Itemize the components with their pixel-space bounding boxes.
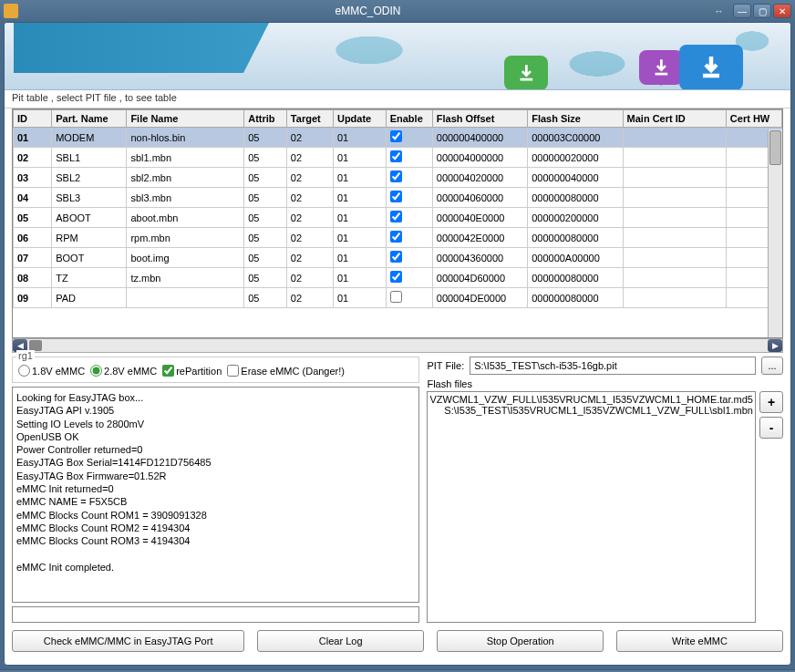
clear-log-button[interactable]: Clear Log: [257, 630, 424, 652]
table-row[interactable]: 05ABOOTaboot.mbn0502010000040E0000000000…: [14, 208, 782, 228]
enable-checkbox[interactable]: [390, 271, 402, 283]
table-row[interactable]: 07BOOTboot.img050201000004360000000000A0…: [14, 248, 782, 268]
table-row[interactable]: 02SBL1sbl1.mbn05020100000400000000000002…: [14, 148, 782, 168]
table-row[interactable]: 09PAD050201000004DE0000000000080000: [14, 288, 782, 308]
download-icon: [639, 50, 683, 85]
check-emmc-button[interactable]: Check eMMC/MMC in EasyJTAG Port: [12, 630, 244, 652]
list-item[interactable]: S:\I535_TEST\I535VRUCML1_I535VZWCML1_VZW…: [429, 405, 753, 416]
list-item[interactable]: VZWCML1_VZW_FULL\I535VRUCML1_I535VZWCML1…: [429, 394, 753, 405]
column-header[interactable]: Flash Offset: [432, 110, 527, 128]
enable-checkbox[interactable]: [390, 150, 402, 162]
maximize-button[interactable]: ▢: [753, 4, 771, 18]
column-header[interactable]: ID: [14, 110, 52, 128]
app-icon: [4, 4, 18, 18]
group-label: rg1: [16, 350, 35, 361]
enable-checkbox[interactable]: [390, 291, 402, 303]
column-header[interactable]: Target: [286, 110, 333, 128]
minimize-button[interactable]: —: [733, 4, 751, 18]
write-emmc-button[interactable]: Write eMMC: [616, 630, 783, 652]
table-vscrollbar[interactable]: [768, 129, 782, 337]
pit-file-input[interactable]: [470, 357, 756, 375]
table-row[interactable]: 01MODEMnon-hlos.bin050201000000400000000…: [14, 128, 782, 148]
pit-file-label: PIT File:: [427, 360, 464, 371]
stop-operation-button[interactable]: Stop Operation: [437, 630, 604, 652]
titlebar[interactable]: eMMC_ODIN ↔ — ▢ ✕: [0, 0, 795, 22]
remove-flash-button[interactable]: -: [759, 417, 783, 439]
column-header[interactable]: File Name: [127, 110, 244, 128]
banner: [5, 23, 790, 90]
download-icon: [679, 45, 743, 90]
download-icon: [504, 56, 548, 90]
column-header[interactable]: Cert HW: [726, 110, 781, 128]
column-header[interactable]: Attrib: [244, 110, 287, 128]
options-group: rg1 1.8V eMMC 2.8V eMMC rePartition Eras…: [12, 357, 419, 383]
column-header[interactable]: Part. Name: [52, 110, 127, 128]
enable-checkbox[interactable]: [390, 191, 402, 202]
column-header[interactable]: Update: [333, 110, 386, 128]
add-flash-button[interactable]: +: [759, 391, 783, 413]
log-output[interactable]: Looking for EasyJTAG box... EasyJTAG API…: [12, 387, 419, 603]
enable-checkbox[interactable]: [390, 251, 402, 263]
checkbox-erase[interactable]: Erase eMMC (Danger!): [227, 365, 345, 377]
table-hscrollbar[interactable]: ◀ ▶: [12, 338, 783, 353]
radio-18v[interactable]: 1.8V eMMC: [18, 365, 85, 377]
tab-strip: Pit table , select PIT file , to see tab…: [5, 90, 790, 109]
browse-pit-button[interactable]: ...: [761, 357, 783, 375]
table-row[interactable]: 04SBL3sbl3.mbn05020100000406000000000008…: [14, 188, 782, 208]
enable-checkbox[interactable]: [390, 231, 402, 243]
table-row[interactable]: 08TZtz.mbn050201000004D60000000000080000: [14, 268, 782, 288]
pit-table[interactable]: IDPart. NameFile NameAttribTargetUpdateE…: [12, 109, 783, 338]
flash-files-label: Flash files: [427, 378, 783, 389]
window-title: eMMC_ODIN: [22, 5, 714, 17]
progress-bar: [12, 606, 419, 623]
column-header[interactable]: Enable: [386, 110, 432, 128]
enable-checkbox[interactable]: [390, 130, 402, 142]
table-row[interactable]: 06RPMrpm.mbn0502010000042E00000000000800…: [14, 228, 782, 248]
enable-checkbox[interactable]: [390, 171, 402, 182]
flash-files-list[interactable]: VZWCML1_VZW_FULL\I535VRUCML1_I535VZWCML1…: [427, 391, 756, 623]
column-header[interactable]: Main Cert ID: [623, 110, 726, 128]
tab-pit-table[interactable]: Pit table , select PIT file , to see tab…: [12, 92, 177, 103]
column-header[interactable]: Flash Size: [528, 110, 623, 128]
radio-28v[interactable]: 2.8V eMMC: [90, 365, 157, 377]
close-button[interactable]: ✕: [773, 4, 791, 18]
table-row[interactable]: 03SBL2sbl2.mbn05020100000402000000000004…: [14, 168, 782, 188]
checkbox-repartition[interactable]: rePartition: [162, 365, 222, 377]
resize-handle-icon[interactable]: ↔: [714, 5, 724, 16]
enable-checkbox[interactable]: [390, 211, 402, 222]
scroll-right-button[interactable]: ▶: [768, 339, 782, 352]
